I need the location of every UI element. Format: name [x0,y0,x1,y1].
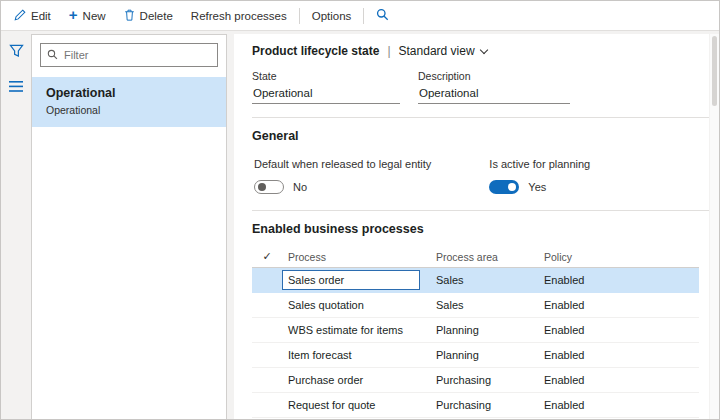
filter-input[interactable] [64,49,211,61]
description-field-label: Description [418,70,570,82]
toolbar-divider [363,8,364,24]
active-for-planning-value: Yes [528,181,546,193]
filter-search-icon [47,46,58,64]
default-legal-entity-group: Default when released to legal entity No [254,158,431,194]
default-legal-entity-value: No [293,181,307,193]
grid-body: Sales order Sales Enabled Sales quotatio… [252,268,699,420]
new-label: New [83,10,106,22]
state-field-group: State Operational [252,70,400,104]
description-field-group: Description Operational [418,70,570,104]
record-list-panel: Operational Operational [31,34,227,420]
toggle-knob [258,183,266,191]
scrollbar-thumb[interactable] [712,36,717,106]
policy-cell: Enabled [538,399,699,411]
menu-icon [9,78,23,96]
new-button[interactable]: + New [60,1,115,30]
main-form: Product lifecycle state | Standard view … [234,34,709,420]
general-section: General Default when released to legal e… [252,117,709,210]
form-header: Product lifecycle state | Standard view [252,42,709,70]
process-cell[interactable]: Item forecast [282,349,430,361]
check-icon: ✓ [252,250,282,263]
vertical-scrollbar[interactable] [710,34,719,419]
process-area-cell: Purchasing [430,399,538,411]
process-cell[interactable]: Sales quotation [282,299,430,311]
table-row[interactable]: WBS estimate for items Planning Enabled [252,318,699,343]
default-legal-entity-label: Default when released to legal entity [254,158,431,170]
process-area-cell: Purchasing [430,374,538,386]
policy-cell: Enabled [538,324,699,336]
refresh-processes-label: Refresh processes [191,10,287,22]
process-area-cell: Sales [430,299,538,311]
process-cell[interactable]: WBS estimate for items [282,324,430,336]
left-icon-strip [1,34,31,420]
table-row[interactable]: Sales order Sales Enabled [252,268,699,293]
table-row[interactable]: Sales quotation Sales Enabled [252,293,699,318]
edit-icon [14,9,26,23]
refresh-processes-button[interactable]: Refresh processes [182,1,296,30]
grid-header-row: ✓ Process Process area Policy [252,246,699,268]
active-for-planning-group: Is active for planning Yes [489,158,590,194]
delete-button[interactable]: Delete [115,1,182,30]
process-area-cell: Planning [430,324,538,336]
processes-grid: ✓ Process Process area Policy Sales orde… [252,246,699,420]
delete-icon [124,9,135,23]
processes-section: Enabled business processes ✓ Process Pro… [252,210,709,420]
active-for-planning-label: Is active for planning [489,158,590,170]
policy-cell: Enabled [538,349,699,361]
header-divider: | [387,44,390,58]
process-cell[interactable]: Sales order [282,270,420,290]
policy-cell: Enabled [538,374,699,386]
page-body: Operational Operational Product lifecycl… [1,31,719,420]
toggle-knob [508,183,516,191]
process-cell[interactable]: Request for quote [282,399,430,411]
general-section-header[interactable]: General [252,129,709,143]
list-pane-button[interactable] [5,77,27,97]
action-bar: Edit + New Delete Refresh processes Opti… [1,1,719,31]
list-item-subtitle: Operational [46,104,216,116]
search-button[interactable] [367,1,398,30]
view-selector-label: Standard view [399,44,475,58]
state-field-label: State [252,70,400,82]
default-legal-entity-toggle[interactable] [254,180,284,194]
header-fields: State Operational Description Operationa… [252,70,709,117]
search-icon [376,8,389,23]
policy-cell: Enabled [538,274,699,286]
process-cell[interactable]: Purchase order [282,374,430,386]
process-area-cell: Planning [430,349,538,361]
filter-pane-button[interactable] [5,43,27,63]
app-window: Edit + New Delete Refresh processes Opti… [0,0,720,420]
table-row[interactable]: Purchase order Purchasing Enabled [252,368,699,393]
page-title: Product lifecycle state [252,44,379,58]
chevron-down-icon [479,45,487,53]
column-header-process[interactable]: Process [282,251,430,263]
filter-box [40,43,218,67]
general-toggles: Default when released to legal entity No… [252,143,709,200]
options-label: Options [312,10,352,22]
policy-cell: Enabled [538,299,699,311]
edit-button[interactable]: Edit [5,1,60,30]
description-field[interactable]: Operational [418,86,570,104]
delete-label: Delete [140,10,173,22]
active-for-planning-toggle[interactable] [489,180,519,194]
add-icon: + [69,7,78,22]
column-header-policy[interactable]: Policy [538,251,699,263]
filter-icon [9,44,24,62]
processes-section-header[interactable]: Enabled business processes [252,222,709,236]
table-row[interactable]: Item forecast Planning Enabled [252,343,699,368]
list-item-operational[interactable]: Operational Operational [32,77,226,127]
view-selector[interactable]: Standard view [399,44,487,58]
process-area-cell: Sales [430,274,538,286]
table-row[interactable]: Request for quote Purchasing Enabled [252,393,699,418]
options-button[interactable]: Options [303,1,361,30]
toolbar-divider [299,8,300,24]
state-field[interactable]: Operational [252,86,400,104]
edit-label: Edit [31,10,51,22]
list-item-title: Operational [46,86,216,100]
column-header-process-area[interactable]: Process area [430,251,538,263]
